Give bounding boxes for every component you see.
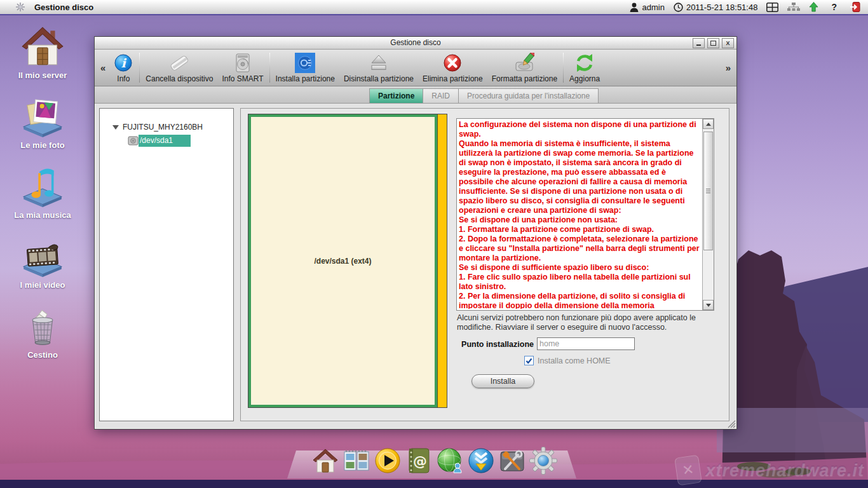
tab-bar: Partizione RAID Procedura guidata per l'… bbox=[95, 86, 736, 104]
videos-icon bbox=[20, 233, 65, 278]
tree-node-partition[interactable]: /dev/sda1 bbox=[128, 135, 233, 147]
delete-partition-icon bbox=[442, 53, 463, 73]
toolbar-label: Disinstalla partizione bbox=[344, 74, 414, 83]
desktop-icon-my-videos[interactable]: I miei video bbox=[8, 233, 78, 290]
logout-icon[interactable] bbox=[850, 2, 860, 12]
dock-photo-album-icon[interactable] bbox=[342, 446, 371, 475]
help-icon[interactable]: ? bbox=[827, 2, 841, 12]
dock: @ bbox=[311, 446, 558, 475]
toolbar-label: Installa partizione bbox=[276, 74, 335, 83]
arrow-up-icon bbox=[706, 123, 711, 126]
toolbar-button-format-partition[interactable]: Formatta partizione bbox=[487, 50, 562, 86]
close-icon: X bbox=[726, 37, 729, 50]
toolbar-overflow-right[interactable]: » bbox=[722, 62, 734, 73]
device-name: FUJITSU_MHY2160BH bbox=[123, 123, 203, 132]
partition-name-selected: /dev/sda1 bbox=[139, 135, 191, 147]
eject-icon bbox=[369, 53, 389, 73]
topbar-user[interactable]: admin bbox=[630, 3, 664, 12]
dock-settings-icon[interactable] bbox=[529, 446, 558, 475]
tab-partition[interactable]: Partizione bbox=[369, 88, 423, 104]
mount-point-input[interactable] bbox=[537, 337, 635, 350]
desktop-icon-label: I miei video bbox=[8, 280, 78, 290]
scroll-down-button[interactable] bbox=[703, 300, 714, 310]
toolbar-button-smart-info[interactable]: Info SMART bbox=[217, 50, 268, 86]
toolbar-label: Formatta partizione bbox=[492, 74, 557, 83]
dock-toolbox-icon[interactable] bbox=[498, 446, 527, 475]
svg-text:@: @ bbox=[413, 453, 427, 469]
user-icon bbox=[630, 3, 639, 12]
watermark-text: xtremehardware.it bbox=[705, 461, 864, 480]
topbar-username: admin bbox=[642, 3, 664, 12]
tree-node-device[interactable]: FUJITSU_MHY2160BH bbox=[112, 123, 233, 132]
partition-block-sda1[interactable]: /dev/sda1 (ext4) bbox=[248, 114, 437, 407]
desktop-icon-label: La mia musica bbox=[8, 210, 78, 220]
toolbar-button-info[interactable]: i Info bbox=[109, 50, 138, 86]
minimize-button[interactable] bbox=[693, 38, 705, 48]
scrollbar-thumb[interactable] bbox=[703, 132, 713, 250]
format-partition-icon bbox=[514, 53, 534, 73]
dock-download-icon[interactable] bbox=[466, 446, 496, 475]
toolbar-separator bbox=[139, 53, 140, 83]
disk-management-window: Gestione disco X « i Info bbox=[94, 36, 737, 430]
app-snowflake-icon bbox=[15, 2, 25, 12]
dock-network-globe-icon[interactable] bbox=[435, 446, 465, 475]
toolbar-button-unmount-partition[interactable]: Disinstalla partizione bbox=[339, 50, 418, 86]
desktop-icon-label: Cestino bbox=[8, 350, 78, 360]
partition-block-label: /dev/sda1 (ext4) bbox=[314, 257, 371, 266]
thumb-grip bbox=[706, 189, 710, 194]
toolbar-label: Info SMART bbox=[222, 74, 263, 83]
watermark-logo: ✕ bbox=[675, 455, 703, 486]
window-title: Gestione disco bbox=[390, 38, 440, 47]
toolbar-button-refresh[interactable]: Aggiorna bbox=[565, 50, 604, 86]
toolbar-overflow-left[interactable]: « bbox=[97, 62, 109, 73]
maximize-button[interactable] bbox=[707, 38, 719, 48]
scroll-up-button[interactable] bbox=[703, 119, 714, 129]
toolbar-label: Aggiorna bbox=[569, 74, 600, 83]
checkmark-icon bbox=[526, 358, 532, 364]
disk-icon bbox=[128, 136, 139, 146]
sitemap-icon[interactable] bbox=[787, 3, 800, 11]
minimize-icon bbox=[696, 41, 701, 46]
toolbar-separator bbox=[269, 53, 270, 83]
toolbar-label: Cancella dispositivo bbox=[146, 74, 213, 83]
toolbar-button-erase-device[interactable]: Cancella dispositivo bbox=[141, 50, 217, 86]
tab-raid[interactable]: RAID bbox=[423, 88, 459, 104]
system-topbar: Gestione disco admin 2011-5-21 18:51:48 bbox=[0, 0, 868, 14]
upload-arrow-icon[interactable] bbox=[809, 2, 818, 12]
device-tree-panel: FUJITSU_MHY2160BH /dev/sda1 bbox=[99, 108, 234, 421]
tree-expander-icon[interactable] bbox=[112, 125, 119, 130]
toolbar-label: Elimina partizione bbox=[423, 74, 483, 83]
close-button[interactable]: X bbox=[722, 38, 734, 48]
home-icon bbox=[20, 23, 65, 69]
partition-tab-panel: /dev/sda1 (ext4) La configurazione del s… bbox=[240, 108, 729, 421]
toolbar-button-mount-partition[interactable]: Installa partizione bbox=[271, 50, 339, 86]
maximize-icon bbox=[710, 41, 716, 46]
tab-install-wizard[interactable]: Procedura guidata per l'installazione bbox=[459, 88, 599, 104]
topbar-app-title: Gestione disco bbox=[34, 3, 93, 12]
dock-media-player-icon[interactable] bbox=[373, 446, 402, 475]
mount-point-label: Punto installazione bbox=[431, 340, 534, 349]
free-space-strip[interactable] bbox=[437, 114, 447, 407]
window-titlebar[interactable]: Gestione disco X bbox=[95, 37, 736, 50]
eraser-icon bbox=[169, 53, 189, 73]
partition-map[interactable]: /dev/sda1 (ext4) bbox=[248, 114, 447, 408]
toolbar-button-delete-partition[interactable]: Elimina partizione bbox=[418, 50, 487, 86]
install-button[interactable]: Installa bbox=[471, 374, 534, 388]
info-scrollbar[interactable] bbox=[702, 119, 714, 310]
app-grid-icon[interactable] bbox=[766, 3, 778, 12]
desktop-icon-my-server[interactable]: Il mio server bbox=[8, 23, 78, 80]
desktop-icon-my-photos[interactable]: Le mie foto bbox=[8, 93, 78, 150]
window-resize-grip[interactable] bbox=[727, 419, 736, 428]
swap-info-panel: La configurazione del sistema non dispon… bbox=[456, 118, 714, 311]
topbar-datetime: 2011-5-21 18:51:48 bbox=[686, 3, 758, 12]
dock-address-book-icon[interactable]: @ bbox=[404, 446, 433, 475]
trash-icon bbox=[20, 302, 65, 348]
dock-home-icon[interactable] bbox=[311, 446, 340, 475]
desktop-icon-my-music[interactable]: La mia musica bbox=[8, 163, 78, 220]
desktop-icon-trash[interactable]: Cestino bbox=[8, 302, 78, 360]
hdd-icon bbox=[233, 53, 253, 73]
desktop-icon-label: Le mie foto bbox=[8, 140, 78, 150]
install-home-checkbox[interactable] bbox=[524, 356, 534, 365]
mount-partition-icon bbox=[295, 53, 315, 73]
install-home-label: Installa come HOME bbox=[538, 356, 611, 365]
